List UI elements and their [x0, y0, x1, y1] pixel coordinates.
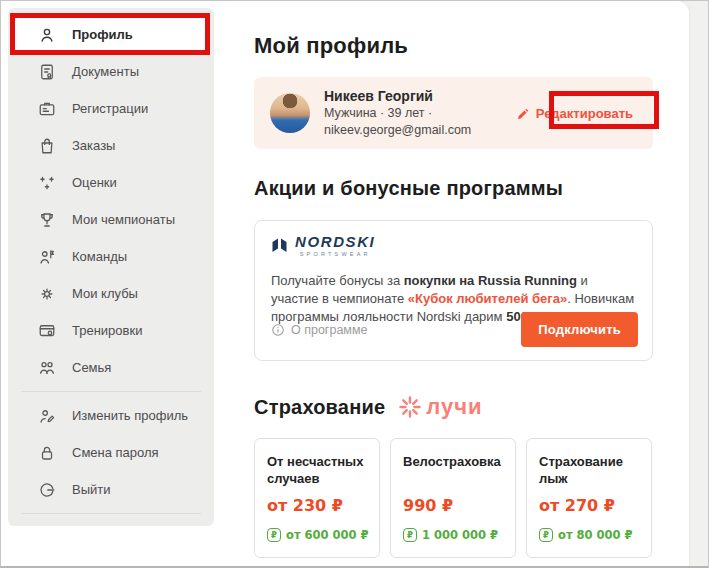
- promo-section-title: Акции и бонусные программы: [254, 177, 563, 200]
- sidebar-item-label: Мои клубы: [72, 286, 138, 301]
- pencil-icon: [517, 107, 530, 120]
- family-icon: [38, 359, 56, 377]
- bag-icon: [38, 137, 56, 155]
- sidebar-item-label: Выйти: [72, 482, 111, 497]
- promo-card: NORDSKI SPORTSWEAR Получайте бонусы за п…: [254, 220, 653, 361]
- insurance-price: от 230 ₽: [267, 496, 367, 515]
- sidebar-item-label: Профиль: [72, 27, 133, 42]
- sidebar-item-family[interactable]: Семья: [8, 349, 214, 386]
- nordski-subtext: SPORTSWEAR: [295, 251, 375, 257]
- insurance-price: от 270 ₽: [539, 496, 639, 515]
- profile-name: Никеев Георгий: [324, 87, 471, 105]
- sidebar-item-orders[interactable]: Заказы: [8, 127, 214, 164]
- sidebar-item-label: Оценки: [72, 175, 117, 190]
- sidebar-item-teams[interactable]: Команды: [8, 238, 214, 275]
- profile-email: nikeev.george@gmail.com: [324, 122, 471, 139]
- sidebar: Профиль Документы Регистрации Заказы Оце: [8, 8, 214, 526]
- sidebar-item-label: Команды: [72, 249, 127, 264]
- sidebar-item-registrations[interactable]: Регистрации: [8, 90, 214, 127]
- sidebar-item-edit-profile[interactable]: Изменить профиль: [8, 397, 214, 434]
- nordski-logo-icon: [271, 235, 288, 255]
- ruble-badge-icon: ₽: [539, 528, 553, 542]
- sidebar-item-ratings[interactable]: Оценки: [8, 164, 214, 201]
- profile-info: Никеев Георгий Мужчина · 39 лет · nikeev…: [324, 87, 471, 139]
- trophy-icon: [38, 211, 56, 229]
- page-title: Мой профиль: [254, 33, 408, 59]
- sidebar-item-profile[interactable]: Профиль: [13, 16, 206, 53]
- insurance-card-ski[interactable]: Страхование лыж от 270 ₽ ₽ от 80 000 ₽: [526, 438, 652, 558]
- insurance-section-title: Страхование: [254, 396, 385, 419]
- sidebar-item-label: Семья: [72, 360, 111, 375]
- sidebar-item-label: Заказы: [72, 138, 115, 153]
- training-icon: [38, 322, 56, 340]
- sidebar-item-logout[interactable]: Выйти: [8, 471, 214, 508]
- sidebar-item-label: Тренировки: [72, 323, 142, 338]
- ruble-badge-icon: ₽: [267, 528, 281, 542]
- lock-icon: [38, 444, 56, 462]
- profile-summary-card: Никеев Георгий Мужчина · 39 лет · nikeev…: [254, 77, 653, 149]
- id-card-icon: [38, 100, 56, 118]
- luchi-logo: лучи: [398, 395, 482, 419]
- avatar: [270, 93, 310, 133]
- insurance-coverage: от 600 000 ₽: [286, 528, 369, 542]
- rating-icon: [38, 174, 56, 192]
- edit-profile-button[interactable]: Редактировать: [517, 106, 637, 121]
- sidebar-item-label: Мои чемпионаты: [72, 212, 175, 227]
- sidebar-item-championships[interactable]: Мои чемпионаты: [8, 201, 214, 238]
- sidebar-item-label: Регистрации: [72, 101, 148, 116]
- sidebar-item-clubs[interactable]: Мои клубы: [8, 275, 214, 312]
- document-icon: [38, 63, 56, 81]
- profile-page: Профиль Документы Регистрации Заказы Оце: [0, 0, 709, 568]
- sidebar-divider: [21, 391, 201, 392]
- profile-meta: Мужчина · 39 лет ·: [324, 105, 471, 122]
- user-icon: [38, 26, 56, 44]
- insurance-card-accidents[interactable]: От несчастных случаев от 230 ₽ ₽ от 600 …: [254, 438, 380, 558]
- sidebar-item-documents[interactable]: Документы: [8, 53, 214, 90]
- ruble-badge-icon: ₽: [403, 528, 417, 542]
- nordski-wordmark: NORDSKI: [295, 234, 375, 250]
- info-icon: [271, 323, 285, 337]
- about-program-link[interactable]: О программе: [271, 323, 367, 337]
- insurance-coverage: 1 000 000 ₽: [422, 528, 498, 542]
- insurance-price: 990 ₽: [403, 496, 503, 515]
- insurance-coverage: от 80 000 ₽: [558, 528, 633, 542]
- logout-icon: [38, 481, 56, 499]
- connect-button[interactable]: Подключить: [521, 312, 638, 347]
- insurance-cards: От несчастных случаев от 230 ₽ ₽ от 600 …: [254, 438, 652, 558]
- edit-user-icon: [38, 407, 56, 425]
- club-icon: [38, 285, 56, 303]
- luchi-wordmark: лучи: [426, 396, 482, 418]
- luchi-burst-icon: [398, 395, 422, 419]
- sidebar-item-label: Изменить профиль: [72, 408, 188, 423]
- sidebar-item-change-password[interactable]: Смена пароля: [8, 434, 214, 471]
- insurance-card-bike[interactable]: Велостраховка 990 ₽ ₽ 1 000 000 ₽: [390, 438, 516, 558]
- team-icon: [38, 248, 56, 266]
- sidebar-divider: [21, 513, 201, 514]
- sidebar-item-label: Документы: [72, 64, 139, 79]
- sidebar-item-label: Смена пароля: [72, 445, 159, 460]
- sidebar-item-trainings[interactable]: Тренировки: [8, 312, 214, 349]
- nordski-logo: NORDSKI SPORTSWEAR: [271, 234, 636, 264]
